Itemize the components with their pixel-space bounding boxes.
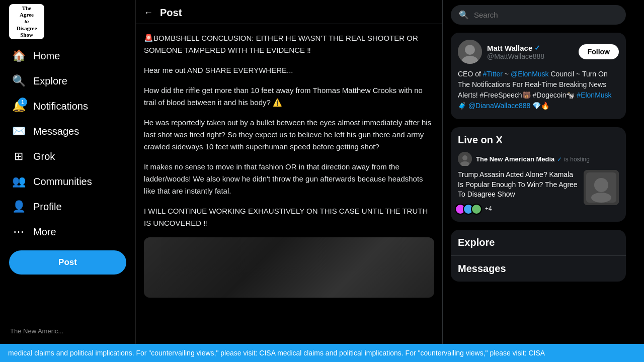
bio-elon-link[interactable]: @ElonMusk <box>511 70 549 78</box>
nav-notifications-label: Notifications <box>33 101 88 112</box>
verified-badge: ✓ <box>534 44 540 52</box>
post-header: ← Post <box>136 0 442 24</box>
live-section: Live on X The New American Media ✓ is ho… <box>451 127 626 222</box>
profile-icon: 👤 <box>12 200 25 213</box>
follow-button[interactable]: Follow <box>579 44 619 59</box>
grok-icon: ⊞ <box>12 150 25 163</box>
nav-notifications[interactable]: 🔔 1 Notifications <box>5 94 130 119</box>
nav-messages-label: Messages <box>33 126 79 137</box>
logo-text: TheAgreetoDisagreeShow <box>15 3 39 40</box>
nav-grok[interactable]: ⊞ Grok <box>5 144 130 169</box>
banner-text: medical claims and political implication… <box>8 349 545 357</box>
avatar <box>458 40 482 64</box>
live-host-avatar <box>458 152 472 166</box>
live-host-name: The New American Media <box>476 155 554 163</box>
profile-info: Matt Wallace ✓ @MattWallace888 <box>487 44 574 60</box>
svg-point-9 <box>591 193 611 203</box>
app-logo[interactable]: TheAgreetoDisagreeShow <box>9 4 44 39</box>
live-hosting-label: is hosting <box>564 156 590 163</box>
left-sidebar: TheAgreetoDisagreeShow 🏠 Home 🔍 Explore … <box>0 0 136 344</box>
profile-card-header: Matt Wallace ✓ @MattWallace888 Follow <box>458 40 619 64</box>
messages-section: Messages <box>451 255 626 282</box>
profile-card: Matt Wallace ✓ @MattWallace888 Follow CE… <box>451 33 626 119</box>
nav-home[interactable]: 🏠 Home <box>5 43 130 68</box>
messages-icon: ✉️ <box>12 125 25 138</box>
nav-communities[interactable]: 👥 Communities <box>5 169 130 194</box>
live-host-info: The New American Media ✓ is hosting <box>476 154 590 163</box>
listener-circles <box>458 204 482 215</box>
live-thumbnail <box>584 170 619 205</box>
more-icon: ⋯ <box>12 225 25 238</box>
bio-elon2-link[interactable]: #ElonMusk <box>577 91 611 99</box>
listener-3 <box>471 204 482 215</box>
search-bar[interactable]: 🔍 <box>451 5 626 25</box>
post-button[interactable]: Post <box>9 250 126 275</box>
live-title: Live on X <box>458 134 619 146</box>
back-button[interactable]: ← <box>144 8 153 18</box>
search-input[interactable] <box>474 11 618 19</box>
post-text-line3: How did the riffle get more than 10 feet… <box>144 84 434 109</box>
the-new-american-label: The New Americ... <box>10 327 63 335</box>
post-text-line2: Hear me out AND SHARE EVERYWHERE... <box>144 64 434 76</box>
bio-titter-link[interactable]: #Titter <box>483 70 503 78</box>
live-host-verified: ✓ <box>557 156 562 163</box>
nav-more[interactable]: ⋯ More <box>5 219 130 244</box>
nav-more-label: More <box>33 226 56 238</box>
post-body: 🚨BOMBSHELL CONCLUSION: EITHER HE WASN'T … <box>136 24 442 298</box>
nav-explore-label: Explore <box>33 75 67 87</box>
nav-profile[interactable]: 👤 Profile <box>5 194 130 219</box>
home-icon: 🏠 <box>12 49 25 62</box>
explore-section: Explore <box>451 230 626 255</box>
post-text-line6: I WILL CONTINUE WORKING EXHAUSTIVELY ON … <box>144 205 434 229</box>
explore-label: Explore <box>458 237 619 248</box>
nav-grok-label: Grok <box>33 151 55 162</box>
main-nav: 🏠 Home 🔍 Explore 🔔 1 Notifications ✉️ Me… <box>5 43 130 244</box>
notification-badge: 1 <box>18 98 27 107</box>
nav-home-label: Home <box>33 50 60 62</box>
the-new-american-item[interactable]: The New Americ... <box>5 323 130 339</box>
live-content: Trump Assasin Acted Alone? Kamala Is Pop… <box>458 170 619 215</box>
search-icon: 🔍 <box>459 10 469 20</box>
nav-communities-label: Communities <box>33 176 92 188</box>
profile-bio: CEO of #Titter ~ @ElonMusk Council ~ Tur… <box>458 69 619 111</box>
live-show-title: Trump Assasin Acted Alone? Kamala Is Pop… <box>458 170 578 215</box>
nav-explore[interactable]: 🔍 Explore <box>5 68 130 94</box>
svg-point-1 <box>465 45 475 55</box>
sidebar-bottom: The New Americ... <box>5 323 130 344</box>
post-text-line4: He was reportedly taken out by a bullet … <box>144 117 434 153</box>
post-page-title: Post <box>160 7 182 19</box>
profile-name: Matt Wallace ✓ <box>487 44 574 52</box>
right-sidebar: 🔍 Matt Wallace ✓ @MattWal <box>443 0 634 344</box>
post-text-line1: 🚨BOMBSHELL CONCLUSION: EITHER HE WASN'T … <box>144 32 434 56</box>
post-text-line5: It makes no sense to move in that fashio… <box>144 161 434 197</box>
explore-icon: 🔍 <box>12 74 25 87</box>
post-image <box>144 237 434 298</box>
bottom-banner: medical claims and political implication… <box>0 344 644 362</box>
svg-point-4 <box>462 155 467 160</box>
messages-label: Messages <box>458 263 506 275</box>
nav-messages[interactable]: ✉️ Messages <box>5 119 130 144</box>
svg-point-8 <box>594 178 608 192</box>
live-host: The New American Media ✓ is hosting <box>458 152 619 166</box>
profile-handle: @MattWallace888 <box>487 52 574 60</box>
main-content: ← Post 🚨BOMBSHELL CONCLUSION: EITHER HE … <box>136 0 443 344</box>
listener-count: +4 <box>485 205 492 213</box>
bio-diana-link[interactable]: @DianaWallace888 <box>468 102 530 110</box>
nav-profile-label: Profile <box>33 201 62 213</box>
communities-icon: 👥 <box>12 175 25 188</box>
